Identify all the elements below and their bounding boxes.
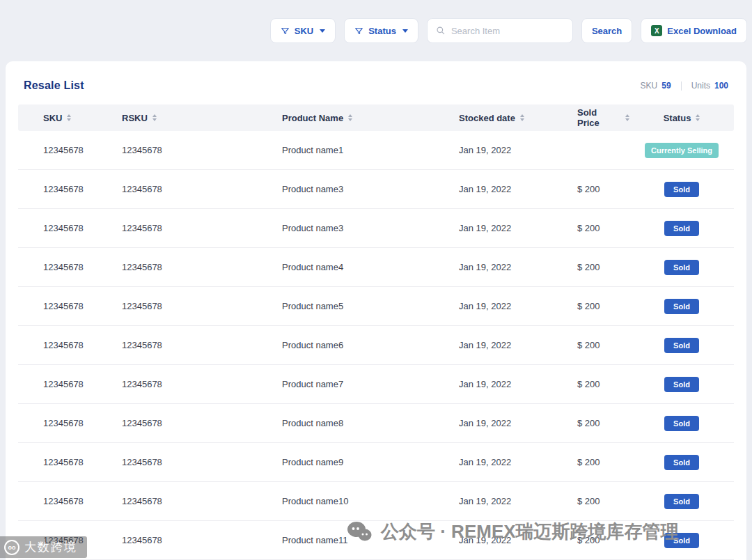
- search-box[interactable]: [427, 18, 573, 43]
- cell-status: Sold: [629, 377, 734, 392]
- cell-product-name: Product name10: [258, 496, 428, 506]
- column-label: Product Name: [282, 113, 343, 123]
- sort-icon[interactable]: [696, 114, 700, 121]
- cell-sold-price: $ 200: [549, 379, 629, 389]
- status-badge: Sold: [664, 416, 699, 431]
- cell-sold-price: $ 200: [549, 496, 629, 506]
- status-filter-label: Status: [368, 26, 396, 36]
- column-header-rsku[interactable]: RSKU: [98, 113, 258, 123]
- cell-rsku: 12345678: [98, 418, 258, 428]
- table-row: 1234567812345678Product name1Jan 19, 202…: [18, 131, 734, 170]
- cell-rsku: 12345678: [98, 340, 258, 350]
- search-icon: [436, 26, 446, 36]
- cell-sku: 12345678: [18, 262, 98, 272]
- sort-icon[interactable]: [348, 114, 352, 121]
- cell-stocked-date: Jan 19, 2022: [428, 418, 549, 428]
- cell-product-name: Product name9: [258, 457, 428, 467]
- funnel-icon: [354, 26, 363, 36]
- cell-status: Sold: [629, 416, 734, 431]
- cell-rsku: 12345678: [98, 262, 258, 272]
- search-button[interactable]: Search: [581, 18, 632, 43]
- status-badge: Sold: [664, 182, 699, 197]
- sort-icon[interactable]: [152, 114, 157, 121]
- cell-sold-price: $ 200: [549, 262, 629, 272]
- cell-status: Currently Selling: [629, 143, 734, 158]
- status-badge: Sold: [664, 533, 699, 548]
- cell-status: Sold: [629, 533, 734, 548]
- corner-watermark: oo 大数跨境: [0, 536, 87, 558]
- table-row: 1234567812345678Product name5Jan 19, 202…: [18, 287, 734, 326]
- cell-stocked-date: Jan 19, 2022: [428, 301, 549, 311]
- chevron-down-icon: [402, 29, 408, 33]
- cell-rsku: 12345678: [98, 223, 258, 233]
- cell-stocked-date: Jan 19, 2022: [428, 379, 549, 389]
- column-header-sold-price[interactable]: Sold Price: [549, 107, 629, 128]
- sort-icon[interactable]: [67, 114, 71, 121]
- cell-sku: 12345678: [18, 379, 98, 389]
- column-label: Status: [664, 113, 691, 123]
- logo-icon: oo: [4, 540, 19, 555]
- cell-sku: 12345678: [18, 496, 98, 506]
- table-row: 1234567812345678Product name6Jan 19, 202…: [18, 326, 734, 365]
- summary: SKU 59 Units 100: [641, 81, 728, 91]
- cell-sold-price: $ 200: [549, 457, 629, 467]
- cell-sold-price: $ 200: [549, 535, 629, 545]
- sku-count-value: 59: [661, 81, 671, 91]
- cell-product-name: Product name8: [258, 418, 428, 428]
- sku-count-label: SKU: [641, 81, 658, 91]
- cell-stocked-date: Jan 19, 2022: [428, 223, 549, 233]
- sku-filter-button[interactable]: SKU: [270, 18, 336, 43]
- column-label: Sold Price: [577, 107, 620, 128]
- cell-product-name: Product name7: [258, 379, 428, 389]
- sku-filter-label: SKU: [295, 26, 313, 36]
- card-header: Resale List SKU 59 Units 100: [18, 61, 734, 104]
- cell-stocked-date: Jan 19, 2022: [428, 457, 549, 467]
- search-input[interactable]: [451, 26, 564, 36]
- status-badge: Sold: [664, 377, 699, 392]
- status-filter-button[interactable]: Status: [344, 18, 418, 43]
- cell-rsku: 12345678: [98, 535, 258, 545]
- cell-status: Sold: [629, 221, 734, 236]
- cell-stocked-date: Jan 19, 2022: [428, 340, 549, 350]
- table-row: 1234567812345678Product name9Jan 19, 202…: [18, 443, 734, 482]
- column-label: SKU: [43, 113, 62, 123]
- table-row: 1234567812345678Product name8Jan 19, 202…: [18, 404, 734, 443]
- status-badge: Sold: [664, 221, 699, 236]
- resale-list-card: Resale List SKU 59 Units 100 SKU RSKU Pr…: [6, 61, 746, 560]
- column-header-status[interactable]: Status: [629, 113, 734, 123]
- column-header-product-name[interactable]: Product Name: [258, 113, 428, 123]
- status-badge: Sold: [664, 494, 699, 509]
- column-header-stocked-date[interactable]: Stocked date: [428, 113, 549, 123]
- cell-product-name: Product name1: [258, 145, 428, 155]
- cell-status: Sold: [629, 299, 734, 314]
- status-badge: Sold: [664, 260, 699, 275]
- table-header: SKU RSKU Product Name Stocked date Sold …: [18, 104, 734, 131]
- table-row: 1234567812345678Product name4Jan 19, 202…: [18, 248, 734, 287]
- cell-product-name: Product name4: [258, 262, 428, 272]
- cell-stocked-date: Jan 19, 2022: [428, 535, 549, 545]
- status-badge: Currently Selling: [645, 143, 719, 158]
- cell-sold-price: $ 200: [549, 184, 629, 194]
- cell-rsku: 12345678: [98, 184, 258, 194]
- excel-download-button[interactable]: X Excel Download: [641, 18, 747, 43]
- cell-sold-price: $ 200: [549, 418, 629, 428]
- status-badge: Sold: [664, 299, 699, 314]
- cell-status: Sold: [629, 260, 734, 275]
- cell-sku: 12345678: [18, 223, 98, 233]
- divider: [681, 81, 682, 91]
- cell-product-name: Product name6: [258, 340, 428, 350]
- status-badge: Sold: [664, 338, 699, 353]
- corner-watermark-text: 大数跨境: [24, 539, 77, 555]
- excel-icon: X: [651, 25, 662, 36]
- units-count-value: 100: [714, 81, 728, 91]
- cell-sold-price: $ 200: [549, 223, 629, 233]
- cell-product-name: Product name11: [258, 535, 428, 545]
- column-header-sku[interactable]: SKU: [18, 113, 98, 123]
- cell-sku: 12345678: [18, 340, 98, 350]
- cell-rsku: 12345678: [98, 379, 258, 389]
- sort-icon[interactable]: [520, 114, 524, 121]
- cell-stocked-date: Jan 19, 2022: [428, 145, 549, 155]
- column-label: Stocked date: [459, 113, 515, 123]
- cell-rsku: 12345678: [98, 301, 258, 311]
- cell-stocked-date: Jan 19, 2022: [428, 262, 549, 272]
